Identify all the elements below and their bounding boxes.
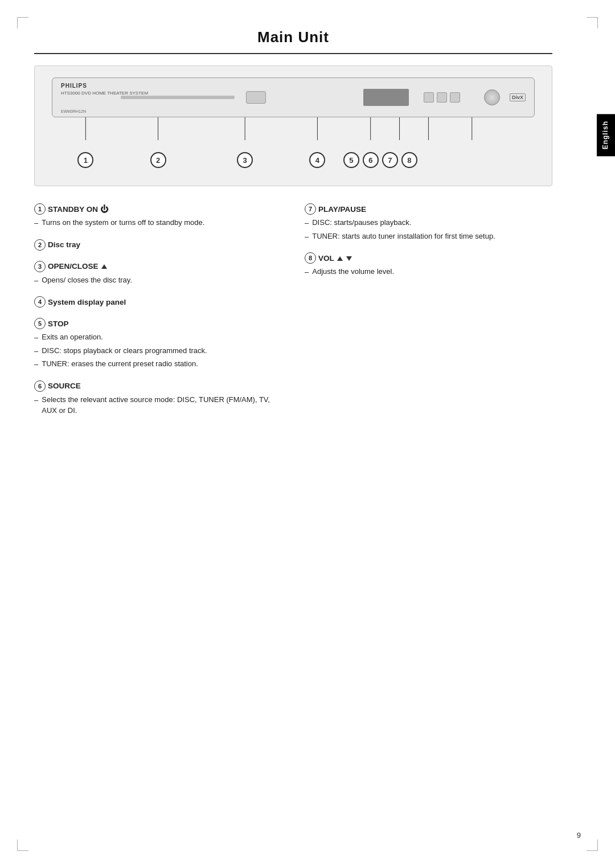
corner-mark-br: [587, 840, 598, 851]
stop-bullet-text-1: Exits an operation.: [42, 331, 103, 343]
open-close-title: 3 OPEN/CLOSE: [34, 261, 282, 272]
stop-title: 5 STOP: [34, 318, 282, 329]
open-close-bullet-text-1: Opens/ closes the disc tray.: [42, 275, 132, 286]
vol-triangle-up-icon: [337, 254, 343, 263]
callout-circle-7: 7: [382, 152, 398, 168]
source-label: SOURCE: [48, 382, 81, 390]
item-stop: 5 STOP – Exits an operation. – DISC: sto…: [34, 318, 282, 370]
stop-bullet-3: – TUNER: erases the current preset radio…: [34, 358, 282, 370]
play-bullet-text-1: DISC: starts/pauses playback.: [312, 217, 411, 229]
device-volume-knob: [484, 89, 500, 105]
page-number: 9: [577, 831, 581, 840]
stop-num: 5: [34, 318, 46, 329]
dash-icon: –: [34, 218, 38, 229]
dash-icon-7: –: [305, 218, 309, 229]
play-pause-label: PLAY/PAUSE: [318, 205, 366, 214]
callout-circle-4: 4: [309, 152, 325, 168]
device-open-close-btn: [246, 91, 266, 104]
source-bullet-text-1: Selects the relevant active source mode:…: [42, 394, 282, 416]
source-bullet-1: – Selects the relevant active source mod…: [34, 394, 282, 416]
standby-on-title: 1 STANDBY ON ⏻: [34, 203, 282, 215]
disc-tray-label: Disc tray: [48, 240, 80, 249]
callout-3: 3: [237, 152, 253, 168]
item-source: 6 SOURCE – Selects the relevant active s…: [34, 380, 282, 416]
stop-bullet-2: – DISC: stops playback or clears program…: [34, 345, 282, 357]
device-disc-slot: [121, 96, 235, 99]
vol-title: 8 VOL: [305, 252, 552, 264]
device-illustration: PHILIPS HTS3000 DVD HOME THEATER SYSTEM …: [52, 77, 535, 117]
callout-lines-svg: [52, 117, 535, 152]
disc-tray-title: 2 Disc tray: [34, 239, 282, 251]
callout-numbers-row: 1 2 3 4 5 6 7 8: [52, 152, 535, 169]
device-btn-2: [437, 92, 447, 103]
item-system-display: 4 System display panel: [34, 296, 282, 308]
right-column: 7 PLAY/PAUSE – DISC: starts/pauses playb…: [305, 203, 552, 427]
corner-mark-bl: [17, 840, 28, 851]
description-area: 1 STANDBY ON ⏻ – Turns on the system or …: [34, 203, 552, 427]
vol-num: 8: [305, 252, 316, 264]
device-source-buttons: [424, 92, 460, 103]
corner-mark-tr: [587, 17, 598, 28]
left-column: 1 STANDBY ON ⏻ – Turns on the system or …: [34, 203, 282, 427]
open-close-num: 3: [34, 261, 46, 272]
callout-circle-6: 6: [363, 152, 379, 168]
stop-label: STOP: [48, 320, 69, 328]
dash-icon-3: –: [34, 332, 38, 343]
callout-circle-2: 2: [150, 152, 166, 168]
open-close-label: OPEN/CLOSE: [48, 262, 99, 271]
page-title: Main Unit: [34, 28, 552, 46]
standby-bullet-text-1: Turns on the system or turns off to stan…: [42, 217, 204, 229]
callout-4: 4: [309, 152, 325, 168]
callout-circle-1: 1: [77, 152, 93, 168]
system-display-num: 4: [34, 296, 46, 308]
item-open-close: 3 OPEN/CLOSE – Opens/ closes the disc tr…: [34, 261, 282, 286]
item-standby-on: 1 STANDBY ON ⏻ – Turns on the system or …: [34, 203, 282, 229]
vol-bullet-1: – Adjusts the volume level.: [305, 266, 552, 278]
callout-area: 1 2 3 4 5 6 7 8: [52, 117, 535, 169]
callout-circle-5: 5: [343, 152, 359, 168]
power-symbol-icon: ⏻: [100, 204, 108, 214]
device-diagram: PHILIPS HTS3000 DVD HOME THEATER SYSTEM …: [34, 65, 552, 186]
device-divx-label: DivX: [510, 93, 526, 101]
stop-bullet-text-2: DISC: stops playback or clears programme…: [42, 345, 207, 357]
device-display-panel: [363, 89, 409, 106]
title-divider: [34, 53, 552, 54]
dash-icon-6: –: [34, 395, 38, 416]
stop-bullet-1: – Exits an operation.: [34, 331, 282, 343]
system-display-label: System display panel: [48, 298, 126, 306]
system-display-title: 4 System display panel: [34, 296, 282, 308]
dash-icon-5: –: [34, 359, 38, 370]
device-btn-3: [450, 92, 460, 103]
play-bullet-text-2: TUNER: starts auto tuner installation fo…: [312, 231, 495, 243]
disc-tray-num: 2: [34, 239, 46, 251]
stop-bullet-text-3: TUNER: erases the current preset radio s…: [42, 358, 198, 370]
standby-on-num: 1: [34, 203, 46, 215]
item-disc-tray: 2 Disc tray: [34, 239, 282, 251]
vol-label: VOL: [318, 254, 334, 263]
item-vol: 8 VOL – Adjusts the volume level.: [305, 252, 552, 278]
open-close-triangle-icon: [101, 262, 108, 271]
device-model: HTS3000 DVD HOME THEATER SYSTEM: [61, 91, 148, 96]
item-play-pause: 7 PLAY/PAUSE – DISC: starts/pauses playb…: [305, 203, 552, 242]
open-close-bullet-1: – Opens/ closes the disc tray.: [34, 275, 282, 286]
callout-circle-8: 8: [401, 152, 417, 168]
callout-circle-3: 3: [237, 152, 253, 168]
vol-triangle-down-icon: [346, 254, 352, 263]
device-brand: PHILIPS: [61, 83, 87, 89]
play-bullet-2: – TUNER: starts auto tuner installation …: [305, 231, 552, 243]
play-pause-title: 7 PLAY/PAUSE: [305, 203, 552, 215]
corner-mark-tl: [17, 17, 28, 28]
dash-icon-4: –: [34, 346, 38, 357]
callout-2: 2: [150, 152, 166, 168]
dash-icon-2: –: [34, 275, 38, 286]
dash-icon-9: –: [305, 267, 309, 278]
callout-1: 1: [77, 152, 93, 168]
language-tab: English: [597, 114, 615, 156]
callout-group-5678: 5 6 7 8: [343, 152, 417, 168]
standby-bullet-1: – Turns on the system or turns off to st…: [34, 217, 282, 229]
source-num: 6: [34, 380, 46, 392]
dash-icon-8: –: [305, 231, 309, 243]
play-pause-num: 7: [305, 203, 316, 215]
standby-on-label: STANDBY ON: [48, 205, 98, 214]
vol-bullet-text-1: Adjusts the volume level.: [312, 266, 394, 278]
